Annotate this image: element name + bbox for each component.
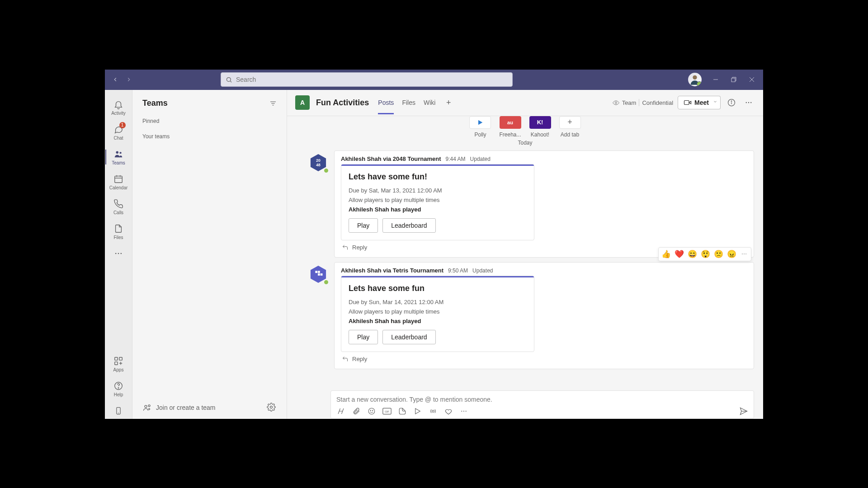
svg-text:20: 20 bbox=[316, 158, 321, 163]
svg-point-29 bbox=[148, 404, 150, 406]
tab-posts[interactable]: Posts bbox=[378, 92, 394, 113]
apprail-label: Calendar bbox=[109, 185, 128, 190]
sticker-button[interactable] bbox=[398, 407, 407, 416]
svg-point-46 bbox=[742, 253, 743, 254]
compose-box: GIF bbox=[330, 390, 754, 419]
apprail-calendar[interactable]: Calendar bbox=[106, 171, 131, 193]
apprail-download[interactable] bbox=[106, 403, 131, 419]
chat-badge: 1 bbox=[119, 122, 126, 128]
svg-point-0 bbox=[227, 77, 231, 81]
apprail-chat[interactable]: 1 Chat bbox=[106, 121, 131, 143]
calls-icon bbox=[113, 198, 124, 209]
mobile-icon bbox=[113, 405, 124, 416]
reaction-sad[interactable]: 🙁 bbox=[714, 249, 723, 259]
tab-files[interactable]: Files bbox=[402, 92, 415, 113]
sensitivity-label[interactable]: Team Confidential bbox=[613, 99, 673, 106]
svg-text:48: 48 bbox=[316, 162, 321, 167]
card-title: Lets have some fun! bbox=[349, 172, 527, 182]
more-options-button[interactable] bbox=[742, 96, 755, 109]
titlebar bbox=[105, 70, 763, 90]
search-box[interactable] bbox=[221, 72, 513, 87]
reaction-more[interactable] bbox=[740, 251, 748, 257]
info-button[interactable] bbox=[725, 96, 738, 109]
apprail-calls[interactable]: Calls bbox=[106, 196, 131, 218]
app-tile-addtab[interactable]: + Add tab bbox=[559, 116, 581, 138]
svg-point-62 bbox=[463, 411, 464, 412]
emoji-button[interactable] bbox=[367, 407, 376, 416]
help-icon bbox=[113, 380, 124, 391]
svg-point-2 bbox=[693, 75, 697, 80]
meet-button[interactable]: Meet bbox=[678, 96, 715, 109]
meet-now-button[interactable] bbox=[413, 407, 422, 416]
reaction-angry[interactable]: 😠 bbox=[727, 249, 736, 259]
posts-scroll[interactable]: Polly au Freeha... K! Kahoot! + Add tab bbox=[287, 116, 763, 389]
svg-point-14 bbox=[118, 253, 119, 254]
app-avatar-tetris bbox=[309, 265, 328, 284]
gif-button[interactable]: GIF bbox=[382, 407, 392, 416]
search-input[interactable] bbox=[236, 76, 508, 83]
nav-forward-button[interactable] bbox=[125, 75, 133, 84]
apprail-teams[interactable]: Teams bbox=[106, 146, 131, 168]
reaction-heart[interactable]: ❤️ bbox=[675, 249, 684, 259]
apprail-files[interactable]: Files bbox=[106, 221, 131, 243]
format-button[interactable] bbox=[336, 407, 345, 416]
reply-button[interactable]: Reply bbox=[341, 356, 747, 362]
post-author: Akhilesh Shah via Tetris Tournament bbox=[341, 267, 443, 274]
reaction-laugh[interactable]: 😄 bbox=[688, 249, 697, 259]
reaction-like[interactable]: 👍 bbox=[661, 249, 671, 259]
filter-button[interactable] bbox=[268, 98, 278, 109]
leaderboard-button[interactable]: Leaderboard bbox=[382, 218, 435, 233]
manage-teams-button[interactable] bbox=[267, 403, 277, 413]
card-allow: Allow players to play multiple times bbox=[349, 197, 527, 203]
apprail-label: Teams bbox=[112, 160, 125, 165]
apprail-label: Apps bbox=[113, 367, 124, 372]
app-tile-polly[interactable]: Polly bbox=[469, 116, 491, 138]
app-tile-freehand[interactable]: au Freeha... bbox=[499, 116, 521, 138]
svg-point-55 bbox=[370, 410, 371, 410]
apprail-label: Chat bbox=[113, 136, 123, 141]
svg-point-38 bbox=[731, 101, 731, 101]
eye-icon bbox=[613, 99, 619, 106]
join-create-team[interactable]: Join or create a team bbox=[156, 404, 262, 411]
apprail-apps[interactable]: Apps bbox=[106, 353, 131, 375]
svg-point-7 bbox=[116, 151, 119, 154]
stream-button[interactable] bbox=[429, 407, 438, 416]
svg-marker-35 bbox=[689, 101, 691, 104]
add-tab-button[interactable]: + bbox=[443, 98, 453, 108]
minimize-button[interactable] bbox=[712, 75, 720, 84]
meet-dropdown[interactable] bbox=[710, 96, 721, 109]
maximize-button[interactable] bbox=[730, 75, 738, 84]
compose-more-button[interactable] bbox=[459, 407, 468, 416]
svg-point-33 bbox=[615, 102, 617, 103]
close-button[interactable] bbox=[748, 75, 756, 84]
apprail-label: Files bbox=[113, 235, 123, 240]
apprail-activity[interactable]: Activity bbox=[106, 96, 131, 118]
teams-panel: Teams Pinned Your teams Join or create a… bbox=[132, 90, 287, 419]
leaderboard-button[interactable]: Leaderboard bbox=[382, 330, 435, 344]
play-button[interactable]: Play bbox=[349, 218, 378, 233]
send-button[interactable] bbox=[739, 407, 748, 416]
card-played: Akhilesh Shah has played bbox=[349, 206, 527, 213]
apprail-label: Help bbox=[114, 392, 123, 397]
nav-back-button[interactable] bbox=[111, 75, 119, 84]
channel-area: A Fun Activities Posts Files Wiki + Team… bbox=[287, 90, 763, 419]
svg-point-48 bbox=[745, 253, 746, 254]
praise-button[interactable] bbox=[444, 407, 453, 416]
card-due: Due by Sat, Mar 13, 2021 12:00 AM bbox=[349, 187, 527, 194]
user-avatar[interactable] bbox=[688, 73, 702, 86]
apprail-more[interactable] bbox=[106, 245, 131, 262]
attach-button[interactable] bbox=[352, 407, 361, 416]
svg-rect-52 bbox=[318, 273, 320, 276]
apprail-help[interactable]: Help bbox=[106, 378, 131, 400]
channel-header: A Fun Activities Posts Files Wiki + Team… bbox=[287, 90, 763, 116]
section-your-teams[interactable]: Your teams bbox=[132, 129, 287, 144]
svg-marker-59 bbox=[415, 408, 420, 414]
svg-point-39 bbox=[746, 102, 747, 103]
video-icon bbox=[684, 99, 692, 107]
tab-wiki[interactable]: Wiki bbox=[424, 92, 435, 113]
compose-input[interactable] bbox=[336, 396, 748, 403]
section-pinned[interactable]: Pinned bbox=[132, 113, 287, 129]
reaction-surprised[interactable]: 😲 bbox=[701, 249, 710, 259]
app-tile-kahoot[interactable]: K! Kahoot! bbox=[529, 116, 551, 138]
play-button[interactable]: Play bbox=[349, 330, 378, 344]
